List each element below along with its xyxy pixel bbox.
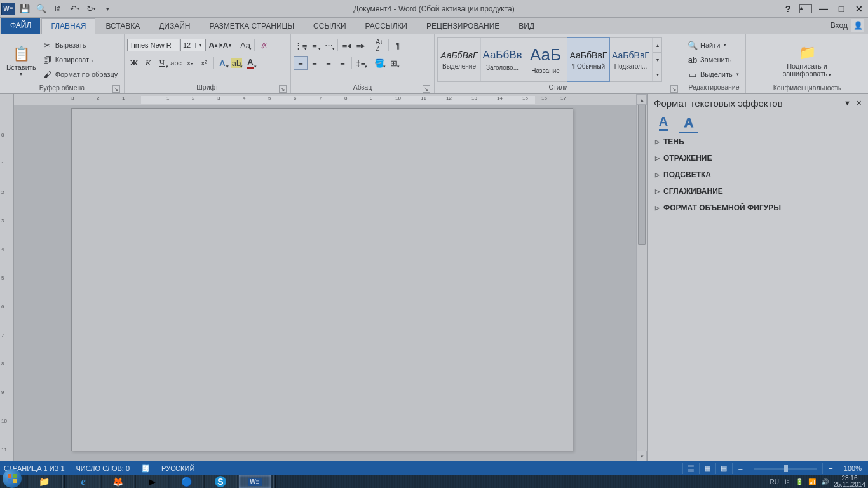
numbering-button[interactable]: ≡ xyxy=(308,38,322,52)
sort-button[interactable]: A↓Z xyxy=(372,38,386,52)
save-icon[interactable]: 💾 xyxy=(19,3,31,15)
zoom-slider[interactable] xyxy=(754,468,817,470)
ribbon-display-button[interactable]: ▴ xyxy=(797,2,815,16)
find-button[interactable]: 🔍Найти▾ xyxy=(685,38,742,52)
taskbar-explorer[interactable]: 📁 xyxy=(27,475,60,488)
taskbar-ie[interactable]: e xyxy=(67,475,100,488)
copy-button[interactable]: 🗐Копировать xyxy=(40,53,121,67)
decrease-indent-button[interactable]: ≡◂ xyxy=(340,38,354,52)
borders-button[interactable]: ⊞ xyxy=(386,56,400,70)
style-item-4[interactable]: АаБбВвГПодзагол... xyxy=(609,38,653,81)
styles-launcher[interactable]: ↘ xyxy=(670,85,678,93)
clipboard-launcher[interactable]: ↘ xyxy=(112,85,120,93)
tab-references[interactable]: ССЫЛКИ xyxy=(304,19,355,34)
align-left-button[interactable]: ≡ xyxy=(294,56,308,70)
vertical-ruler[interactable]: 01234567891011 xyxy=(0,94,14,461)
horizontal-ruler[interactable]: 3211234567891011121314151617 xyxy=(14,94,636,105)
maximize-button[interactable]: □ xyxy=(832,2,850,16)
scroll-thumb[interactable] xyxy=(638,105,646,245)
chevron-down-icon[interactable]: ▾ xyxy=(195,43,204,48)
tab-insert[interactable]: ВСТАВКА xyxy=(97,19,149,34)
scroll-track[interactable] xyxy=(637,105,647,451)
tray-battery-icon[interactable]: 🔋 xyxy=(796,478,803,485)
page[interactable] xyxy=(71,108,573,451)
replace-button[interactable]: abЗаменить xyxy=(685,53,742,67)
start-button[interactable] xyxy=(0,475,27,488)
tab-layout[interactable]: РАЗМЕТКА СТРАНИЦЫ xyxy=(201,19,304,34)
bold-button[interactable]: Ж xyxy=(127,56,141,70)
status-word-count[interactable]: ЧИСЛО СЛОВ: 0 xyxy=(76,464,130,472)
undo-icon[interactable]: ↶▾ xyxy=(69,3,80,15)
vertical-scrollbar[interactable]: ▴ ▾ xyxy=(636,94,647,461)
font-launcher[interactable]: ↘ xyxy=(279,85,287,93)
grow-font-button[interactable]: A▴ xyxy=(206,38,220,52)
style-item-1[interactable]: АаБбВвЗаголово... xyxy=(481,38,524,81)
style-item-2[interactable]: АаБНазвание xyxy=(524,38,567,81)
change-case-button[interactable]: Aa xyxy=(238,38,252,52)
taskpane-section-3[interactable]: ▷СГЛАЖИВАНИЕ xyxy=(648,183,868,200)
show-marks-button[interactable]: ¶ xyxy=(391,38,405,52)
italic-button[interactable]: К xyxy=(141,56,155,70)
style-more-button[interactable]: ▾ xyxy=(653,67,661,81)
taskpane-close-button[interactable]: ✕ xyxy=(856,99,862,107)
paste-button[interactable]: 📋 Вставить ▾ xyxy=(3,36,40,84)
text-effects-button[interactable]: A xyxy=(215,56,229,70)
tray-network-icon[interactable]: 📶 xyxy=(808,478,816,485)
tab-review[interactable]: РЕЦЕНЗИРОВАНИЕ xyxy=(417,19,508,34)
taskpane-section-2[interactable]: ▷ПОДСВЕТКА xyxy=(648,166,868,183)
help-button[interactable]: ? xyxy=(779,2,797,16)
tray-volume-icon[interactable]: 🔊 xyxy=(821,478,829,485)
zoom-level[interactable]: 100% xyxy=(844,464,862,472)
document-viewport[interactable]: 3211234567891011121314151617 xyxy=(14,94,636,461)
align-center-button[interactable]: ≡ xyxy=(308,56,322,70)
tab-view[interactable]: ВИД xyxy=(510,19,543,34)
taskpane-tab-fill[interactable]: A xyxy=(654,114,673,133)
style-up-button[interactable]: ▴ xyxy=(653,38,661,53)
font-color-button[interactable]: A xyxy=(243,56,257,70)
redo-icon[interactable]: ↻▾ xyxy=(85,3,97,15)
tab-file[interactable]: ФАЙЛ xyxy=(1,18,40,34)
view-read-button[interactable]: 𝄛 xyxy=(682,463,699,474)
scroll-down-button[interactable]: ▾ xyxy=(637,451,647,461)
style-item-3[interactable]: АаБбВвГ¶ Обычный xyxy=(567,37,610,82)
view-web-button[interactable]: ▤ xyxy=(715,463,732,474)
sign-encrypt-button[interactable]: 📁 Подписать и зашифровать ▾ xyxy=(749,36,865,84)
taskpane-section-4[interactable]: ▷ФОРМАТ ОБЪЕМНОЙ ФИГУРЫ xyxy=(648,200,868,216)
style-gallery-scroll[interactable]: ▴ ▾ ▾ xyxy=(653,38,661,81)
justify-button[interactable]: ≡ xyxy=(336,56,349,70)
highlight-button[interactable]: ab xyxy=(229,56,243,70)
strikethrough-button[interactable]: abc xyxy=(169,56,183,70)
format-painter-button[interactable]: 🖌Формат по образцу xyxy=(40,67,121,81)
tab-home[interactable]: ГЛАВНАЯ xyxy=(41,18,95,34)
sign-in[interactable]: Вход 👤 xyxy=(831,19,864,32)
taskpane-menu-button[interactable]: ▼ xyxy=(844,99,851,107)
style-down-button[interactable]: ▾ xyxy=(653,53,661,67)
underline-button[interactable]: Ч xyxy=(155,56,169,70)
status-proofing[interactable]: 🧾 xyxy=(141,464,150,473)
tray-clock[interactable]: 23:16 25.11.2014 xyxy=(834,475,865,488)
tray-lang[interactable]: RU xyxy=(770,478,778,485)
increase-indent-button[interactable]: ≡▸ xyxy=(354,38,368,52)
shrink-font-button[interactable]: A▾ xyxy=(220,38,234,52)
taskbar-chrome[interactable]: 🔵 xyxy=(170,475,203,488)
multilevel-button[interactable]: ⋯ xyxy=(322,38,336,52)
bullets-button[interactable]: ⋮≡ xyxy=(294,38,308,52)
qat-customize-icon[interactable]: ▾ xyxy=(102,3,113,15)
line-spacing-button[interactable]: ‡≡ xyxy=(354,56,368,70)
font-size-input[interactable] xyxy=(181,41,195,49)
subscript-button[interactable]: x₂ xyxy=(183,56,197,70)
tab-mailings[interactable]: РАССЫЛКИ xyxy=(356,19,416,34)
open-icon[interactable]: 🔍 xyxy=(36,3,47,15)
taskpane-section-0[interactable]: ▷ТЕНЬ xyxy=(648,133,868,150)
taskbar-skype[interactable]: S xyxy=(204,475,237,488)
taskbar-mediaplayer[interactable]: ▶ xyxy=(135,475,168,488)
close-button[interactable]: ✕ xyxy=(850,2,868,16)
app-icon[interactable]: W≡ xyxy=(1,3,15,15)
taskbar-word[interactable]: W≡ xyxy=(238,475,271,488)
shading-button[interactable]: 🪣 xyxy=(372,56,386,70)
zoom-thumb[interactable] xyxy=(784,465,788,472)
paragraph-launcher[interactable]: ↘ xyxy=(423,85,430,93)
status-language[interactable]: РУССКИЙ xyxy=(161,464,194,472)
superscript-button[interactable]: x² xyxy=(197,56,211,70)
align-right-button[interactable]: ≡ xyxy=(322,56,336,70)
